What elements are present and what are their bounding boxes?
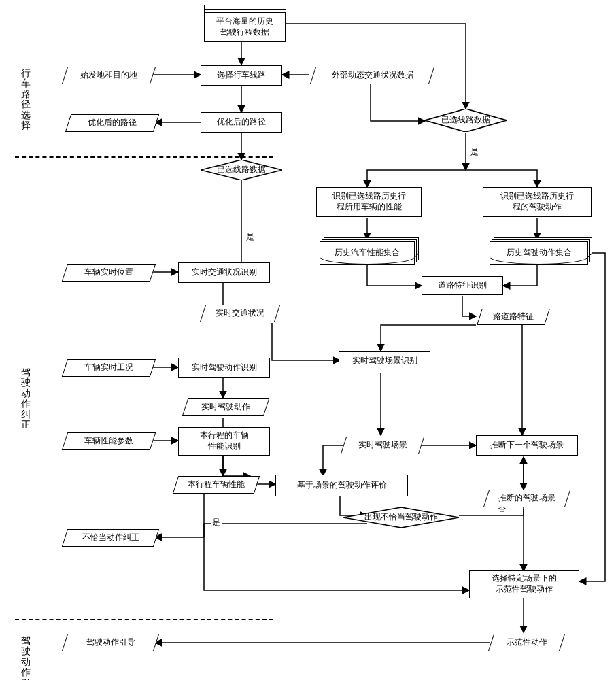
node-trip-perf-label: 本行程车辆性能 xyxy=(188,479,245,490)
node-hist-action-set: 历史驾驶动作集合 xyxy=(490,241,588,265)
node-origin-label: 始发地和目的地 xyxy=(80,70,137,81)
node-vehicle-cond: 车辆实时工况 xyxy=(62,359,156,377)
node-select-route: 选择行车线路 xyxy=(201,65,282,86)
node-rt-scene-label: 实时驾驶场景 xyxy=(358,440,407,451)
node-rt-traffic-rec-label: 实时交通状况识别 xyxy=(192,267,257,278)
node-rt-scene-rec: 实时驾驶场景识别 xyxy=(339,351,430,371)
node-rt-action-rec: 实时驾驶动作识别 xyxy=(178,358,270,378)
label-yes-1: 是 xyxy=(469,146,480,158)
node-trip-perf-rec-label: 本行程的车辆 性能识别 xyxy=(200,430,249,452)
node-rec-vehicle-perf-label: 识别已选线路历史行 程所用车辆的性能 xyxy=(332,191,406,212)
node-trip-perf: 本行程车辆性能 xyxy=(173,476,260,494)
node-demo-action-label: 示范性动作 xyxy=(507,637,547,648)
stage-divider-1 xyxy=(15,156,273,158)
node-next-scene-label: 推断下一个驾驶场景 xyxy=(490,440,564,451)
node-vehicle-param: 车辆性能参数 xyxy=(62,432,156,450)
node-improper-out-label: 不恰当动作纠正 xyxy=(82,532,139,543)
node-vehicle-pos-label: 车辆实时位置 xyxy=(84,267,133,278)
node-rt-scene-rec-label: 实时驾驶场景识别 xyxy=(352,356,417,367)
node-rec-drive-action-label: 识别已选线路历史行 程的驾驶动作 xyxy=(500,191,574,212)
node-route-data-1: 已选线路数据 xyxy=(201,160,282,180)
node-next-scene: 推断下一个驾驶场景 xyxy=(476,435,578,456)
stage-label-2: 驾驶动作纠正 xyxy=(20,367,31,430)
node-ext-traffic-label: 外部动态交通状况数据 xyxy=(332,70,413,81)
node-rt-traffic-rec: 实时交通状况识别 xyxy=(178,262,270,283)
node-road-feat-rec-label: 道路特征识别 xyxy=(438,280,487,291)
stage-label-3: 驾驶动作引导 xyxy=(20,636,31,680)
node-route-data-1-label: 已选线路数据 xyxy=(217,165,266,175)
node-opt-route-proc: 优化后的路径 xyxy=(201,112,282,133)
node-select-demo-label: 选择特定场景下的 示范性驾驶动作 xyxy=(492,573,557,594)
node-opt-route-out-label: 优化后的路径 xyxy=(88,118,137,129)
node-route-data-2: 已选线路数据 xyxy=(425,109,507,132)
node-hist-data: 平台海量的历史 驾驶行程数据 xyxy=(204,12,286,42)
label-yes-2: 是 xyxy=(245,231,256,243)
node-origin: 始发地和目的地 xyxy=(62,67,156,84)
node-vehicle-pos: 车辆实时位置 xyxy=(62,264,156,282)
node-rt-scene: 实时驾驶场景 xyxy=(341,437,424,454)
label-yes-3: 是 xyxy=(211,517,222,528)
node-improper-dec: 出现不恰当驾驶动作 xyxy=(343,507,459,528)
node-ext-traffic: 外部动态交通状况数据 xyxy=(310,67,434,84)
flowchart-canvas: 行车路径选择 驾驶动作纠正 驾驶动作引导 xyxy=(0,0,616,680)
node-inferred-scene-label: 推断的驾驶场景 xyxy=(498,493,555,504)
node-rec-drive-action: 识别已选线路历史行 程的驾驶动作 xyxy=(483,187,592,217)
node-demo-action: 示范性动作 xyxy=(488,634,565,651)
node-hist-vehicle-set: 历史汽车性能集合 xyxy=(320,241,415,265)
node-opt-route-proc-label: 优化后的路径 xyxy=(217,117,266,128)
node-guide-out-label: 驾驶动作引导 xyxy=(86,637,135,648)
node-rt-traffic-label: 实时交通状况 xyxy=(216,308,264,319)
node-scene-eval: 基于场景的驾驶动作评价 xyxy=(275,475,408,496)
node-trip-perf-rec: 本行程的车辆 性能识别 xyxy=(178,427,270,456)
node-hist-action-set-label: 历史驾驶动作集合 xyxy=(490,242,587,264)
node-improper-out: 不恰当动作纠正 xyxy=(62,529,159,547)
node-road-feat-rec: 道路特征识别 xyxy=(422,276,503,295)
node-hist-vehicle-set-label: 历史汽车性能集合 xyxy=(320,242,414,264)
node-rt-action-rec-label: 实时驾驶动作识别 xyxy=(192,362,257,373)
node-road-feat: 路道路特征 xyxy=(477,309,550,325)
node-opt-route-out: 优化后的路径 xyxy=(65,114,159,132)
node-rt-action: 实时驾驶动作 xyxy=(182,398,269,416)
node-guide-out: 驾驶动作引导 xyxy=(62,634,159,651)
stage-label-1: 行车路径选择 xyxy=(20,68,31,131)
node-select-route-label: 选择行车线路 xyxy=(217,70,266,81)
node-route-data-2-label: 已选线路数据 xyxy=(441,115,490,126)
node-vehicle-param-label: 车辆性能参数 xyxy=(84,436,133,447)
node-select-demo: 选择特定场景下的 示范性驾驶动作 xyxy=(469,570,579,598)
node-road-feat-label: 路道路特征 xyxy=(493,311,534,322)
node-rt-traffic: 实时交通状况 xyxy=(200,305,280,322)
node-rec-vehicle-perf: 识别已选线路历史行 程所用车辆的性能 xyxy=(316,187,422,217)
node-rt-action-label: 实时驾驶动作 xyxy=(201,402,250,413)
node-vehicle-cond-label: 车辆实时工况 xyxy=(84,362,133,373)
node-scene-eval-label: 基于场景的驾驶动作评价 xyxy=(297,480,387,491)
node-inferred-scene: 推断的驾驶场景 xyxy=(483,490,570,507)
stage-divider-2 xyxy=(15,619,273,620)
node-improper-dec-label: 出现不恰当驾驶动作 xyxy=(364,512,438,523)
node-hist-data-label: 平台海量的历史 驾驶行程数据 xyxy=(216,16,273,37)
